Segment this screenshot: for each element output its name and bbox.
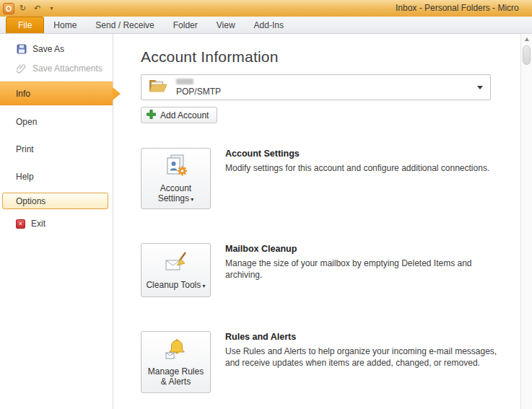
mailbox-cleanup-description: Manage the size of your mailbox by empty… [225,258,503,281]
sidebar-label-info: Info [16,89,30,99]
chevron-down-icon [477,86,483,89]
section-mailbox-cleanup: Cleanup Tools Mailbox Cleanup Manage the… [141,243,520,297]
undo-icon[interactable]: ↶ [31,2,43,14]
add-account-label: Add Account [160,110,209,120]
tab-view[interactable]: View [207,17,245,33]
rules-alerts-description: Use Rules and Alerts to help organize yo… [225,346,503,369]
rules-alerts-text: Rules and Alerts Use Rules and Alerts to… [225,331,503,369]
cleanup-tools-button-label: Cleanup Tools [146,280,205,290]
save-icon [16,44,27,54]
rules-alerts-heading: Rules and Alerts [225,332,503,342]
tab-file[interactable]: File [6,17,44,33]
sidebar-item-save-attachments: Save Attachments [0,61,113,76]
scroll-up-icon[interactable] [521,34,532,44]
sidebar-item-help[interactable]: Help [0,169,113,185]
folder-icon [149,79,167,96]
rules-alerts-icon [165,337,188,363]
page-title: Account Information [141,48,520,66]
account-selector-dropdown[interactable]: POP/SMTP [141,74,491,100]
tab-folder[interactable]: Folder [164,17,207,33]
sidebar-label-help: Help [16,172,34,182]
window-title: Inbox - Personal Folders - Micro [396,0,519,17]
backstage-view: Save As Save Attachments Info Open Print… [0,34,532,409]
account-settings-button[interactable]: Account Settings [141,148,211,209]
sidebar-item-info[interactable]: Info [0,82,113,105]
account-name-redacted [176,79,193,84]
sidebar-label-print: Print [16,144,34,154]
exit-icon: × [16,219,25,229]
tab-home[interactable]: Home [44,17,86,33]
account-settings-icon [165,154,188,180]
customize-qat-icon[interactable]: ▾ [45,2,58,14]
sidebar-item-save-as[interactable]: Save As [0,41,113,57]
manage-rules-alerts-button[interactable]: Manage Rules & Alerts [141,331,211,392]
outlook-app-icon[interactable]: O [3,3,14,14]
sidebar-label-save-attachments: Save Attachments [32,63,103,74]
sidebar-label-save-as: Save As [32,44,64,54]
title-bar: O ↻ ↶ ▾ Inbox - Personal Folders - Micro [0,0,532,17]
sidebar-label-open: Open [16,117,37,127]
scrollbar-thumb[interactable] [523,45,531,65]
sidebar-item-print[interactable]: Print [0,141,113,157]
account-settings-heading: Account Settings [225,149,489,159]
sidebar-item-exit[interactable]: × Exit [0,216,113,232]
mailbox-cleanup-heading: Mailbox Cleanup [225,244,503,254]
quick-access-toolbar: O ↻ ↶ ▾ [0,2,58,14]
sidebar-label-options: Options [16,196,45,206]
section-account-settings: Account Settings Account Settings Modify… [141,148,520,209]
account-settings-button-label: Account Settings [144,183,207,203]
mailbox-cleanup-text: Mailbox Cleanup Manage the size of your … [225,243,503,281]
account-type-label: POP/SMTP [176,87,221,97]
ribbon-tab-row: File Home Send / Receive Folder View Add… [0,17,532,34]
account-information-panel: Account Information POP/SMTP [114,34,520,409]
manage-rules-alerts-button-label: Manage Rules & Alerts [144,366,207,387]
tab-send-receive[interactable]: Send / Receive [86,17,163,33]
cleanup-tools-button[interactable]: Cleanup Tools [141,243,211,297]
account-settings-text: Account Settings Modify settings for thi… [225,148,489,175]
outlook-window: O ↻ ↶ ▾ Inbox - Personal Folders - Micro… [0,0,532,409]
tab-add-ins[interactable]: Add-Ins [245,17,293,33]
cleanup-tools-icon [165,250,188,276]
backstage-sidebar: Save As Save Attachments Info Open Print… [0,34,113,409]
add-account-button[interactable]: Add Account [141,107,217,123]
info-sections: Account Settings Account Settings Modify… [141,148,520,393]
sidebar-item-options[interactable]: Options [2,193,108,209]
vertical-scrollbar[interactable] [520,34,532,409]
send-receive-icon[interactable]: ↻ [17,2,29,14]
sidebar-label-exit: Exit [31,219,45,229]
plus-icon [147,110,156,121]
sidebar-item-open[interactable]: Open [0,114,113,130]
paperclip-icon [16,63,27,74]
account-text: POP/SMTP [176,79,221,97]
account-settings-description: Modify settings for this account and con… [225,163,489,175]
section-rules-alerts: Manage Rules & Alerts Rules and Alerts U… [141,331,520,392]
